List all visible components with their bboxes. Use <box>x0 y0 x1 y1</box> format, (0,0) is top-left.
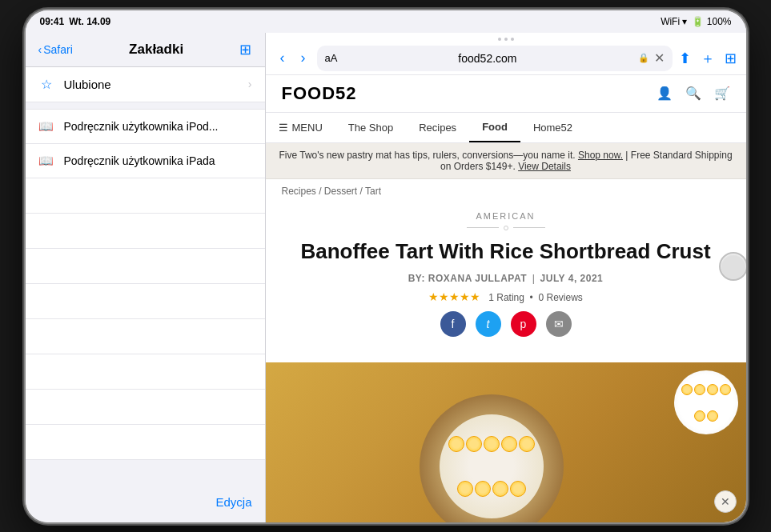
rating-stars: ★★★★★ <box>428 290 480 303</box>
url-display: food52.com <box>342 52 632 65</box>
site-header-icons: 👤 🔍 🛒 <box>657 86 730 101</box>
close-button[interactable]: ✕ <box>714 490 737 513</box>
status-date: Wt. 14.09 <box>69 16 110 27</box>
dot-3 <box>511 38 514 41</box>
shop-now-link[interactable]: Shop now. <box>578 150 623 161</box>
sidebar: ‹ Safari Zakładki ⊞ ☆ Ulubione › 📖 Podrę… <box>26 33 266 522</box>
tart-filling <box>440 414 544 518</box>
divider-line-right <box>513 227 545 228</box>
sidebar-edit-section: Edycja <box>26 482 265 522</box>
empty-row <box>26 214 265 249</box>
article-social: f t p ✉ <box>298 311 714 337</box>
banana-9 <box>510 481 526 497</box>
twitter-share-button[interactable]: t <box>476 311 501 337</box>
banana-3 <box>484 436 500 452</box>
banana-sm-5 <box>694 410 705 422</box>
banana-sm-3 <box>707 384 718 395</box>
content-area: ‹ Safari Zakładki ⊞ ☆ Ulubione › 📖 Podrę… <box>26 33 746 522</box>
lock-icon: 🔒 <box>638 53 649 63</box>
nav-item-recipes[interactable]: Recipes <box>406 113 469 142</box>
clear-url-button[interactable]: ✕ <box>654 50 665 66</box>
empty-row <box>26 178 265 214</box>
favorites-item[interactable]: ☆ Ulubione › <box>26 67 265 102</box>
article-title: Banoffee Tart With Rice Shortbread Crust <box>298 238 714 266</box>
forward-button[interactable]: › <box>296 48 311 68</box>
search-icon[interactable]: 🔍 <box>685 86 701 101</box>
facebook-share-button[interactable]: f <box>440 311 466 337</box>
cart-icon[interactable]: 🛒 <box>714 86 730 101</box>
text-size-button[interactable]: aA <box>325 52 338 64</box>
facebook-icon: f <box>452 318 455 330</box>
banana-2 <box>466 436 482 452</box>
side-plate <box>674 370 738 434</box>
nav-item-home52[interactable]: Home52 <box>520 113 585 142</box>
view-details-link[interactable]: View Details <box>518 161 571 172</box>
twitter-icon: t <box>487 318 490 330</box>
byline-text: by: ROXANA JULLAPAT <box>408 273 527 284</box>
site-header: FOOD52 👤 🔍 🛒 <box>266 75 746 113</box>
book-icon: 📖 <box>38 119 54 134</box>
home-button[interactable] <box>719 252 746 281</box>
tabs-icon[interactable]: ⊞ <box>725 50 737 67</box>
banana-sm-4 <box>720 384 731 395</box>
url-bar[interactable]: aA food52.com 🔒 ✕ <box>317 46 673 71</box>
empty-row <box>26 319 265 354</box>
article-byline: by: ROXANA JULLAPAT | July 4, 2021 <box>298 273 714 284</box>
article-image: ✕ <box>266 362 746 522</box>
web-nav-bar: ‹ › aA food52.com 🔒 ✕ ⬆ ＋ ⊞ <box>266 42 746 75</box>
device: 09:41 Wt. 14.09 WiFi ▾ 🔋 100% ‹ Safari Z… <box>26 10 746 522</box>
empty-row <box>26 390 265 425</box>
toolbar-right: ⬆ ＋ ⊞ <box>679 49 737 68</box>
banner-text: Five Two's new pastry mat has tips, rule… <box>279 150 732 172</box>
bookmark-label-0: Podręcznik użytkownika iPod... <box>64 120 252 133</box>
bookmark-item-0[interactable]: 📖 Podręcznik użytkownika iPod... <box>26 110 265 144</box>
rating-label: 1 Rating <box>488 292 524 303</box>
nav-item-menu[interactable]: ☰ MENU <box>266 113 335 142</box>
back-button[interactable]: ‹ Safari <box>38 43 73 56</box>
article-divider <box>298 226 714 230</box>
nav-item-shop[interactable]: The Shop <box>335 113 406 142</box>
site-banner: Five Two's new pastry mat has tips, rule… <box>266 143 746 179</box>
favorites-label: Ulubione <box>64 78 239 91</box>
site-nav: ☰ MENU The Shop Recipes Food Home52 <box>266 113 746 143</box>
reviews-label: 0 Reviews <box>538 292 582 303</box>
sidebar-header: ‹ Safari Zakładki ⊞ <box>26 33 265 66</box>
banana-sm-6 <box>707 410 718 422</box>
dot-1 <box>498 38 501 41</box>
banana-7 <box>475 481 491 497</box>
back-button[interactable]: ‹ <box>275 48 290 68</box>
bookmarks-list: 📖 Podręcznik użytkownika iPod... 📖 Podrę… <box>26 109 265 460</box>
empty-row <box>26 249 265 284</box>
close-icon: ✕ <box>721 495 730 508</box>
dots-bar <box>266 33 746 42</box>
bookmark-item-1[interactable]: 📖 Podręcznik użytkownika iPada <box>26 144 265 178</box>
breadcrumb: Recipes / Dessert / Tart <box>266 179 746 203</box>
tart-crust <box>420 394 564 522</box>
pinterest-share-button[interactable]: p <box>511 311 536 337</box>
empty-row <box>26 425 265 460</box>
banana-sm-1 <box>681 384 693 395</box>
new-tab-icon[interactable]: ＋ <box>701 49 715 68</box>
nav-item-food[interactable]: Food <box>469 113 520 142</box>
account-icon[interactable]: 👤 <box>657 86 673 101</box>
article-category: AMERICAN <box>298 211 714 221</box>
bookmark-label-1: Podręcznik użytkownika iPada <box>64 154 252 167</box>
share-icon[interactable]: ⬆ <box>679 50 691 67</box>
menu-icon: ☰ <box>279 122 288 134</box>
grid-view-button[interactable]: ⊞ <box>239 41 251 58</box>
empty-row <box>26 284 265 319</box>
email-share-button[interactable]: ✉ <box>546 311 572 337</box>
banana-4 <box>501 436 517 452</box>
pinterest-icon: p <box>520 318 527 330</box>
banana-5 <box>519 436 535 452</box>
dot-2 <box>504 38 508 41</box>
banana-1 <box>448 436 464 452</box>
status-bar: 09:41 Wt. 14.09 WiFi ▾ 🔋 100% <box>26 10 746 33</box>
web-content: ‹ › aA food52.com 🔒 ✕ ⬆ ＋ ⊞ FOOD52 <box>266 33 746 522</box>
edit-button[interactable]: Edycja <box>215 495 251 509</box>
battery-icon: 🔋 100% <box>692 16 731 27</box>
article-rating: ★★★★★ 1 Rating • 0 Reviews <box>298 290 714 303</box>
chevron-right-icon: › <box>248 78 252 90</box>
divider-circle <box>504 226 508 230</box>
email-icon: ✉ <box>554 318 564 330</box>
